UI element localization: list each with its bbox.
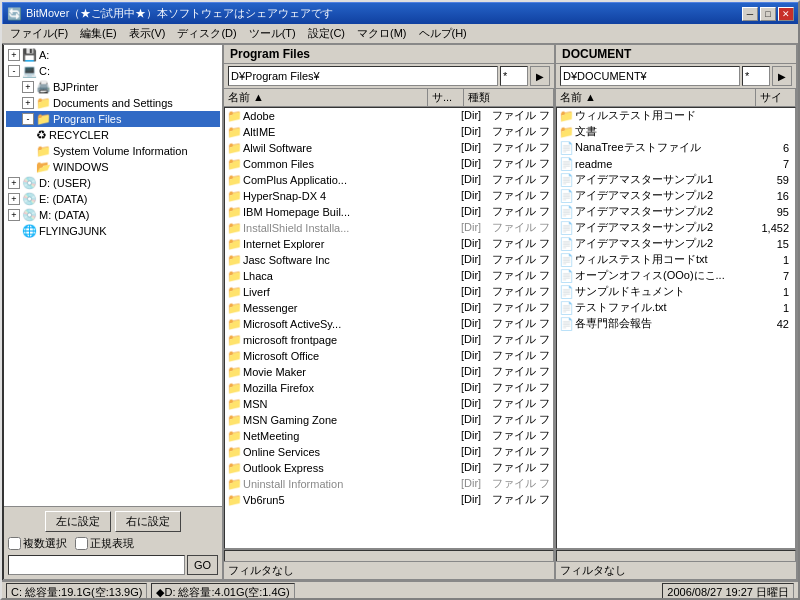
file-row[interactable]: 📁 InstallShield Installa... [Dir] ファイル フ… — [225, 220, 553, 236]
right-col-header-name[interactable]: 名前 ▲ — [556, 89, 756, 106]
file-row[interactable]: 📁 Vb6run5 [Dir] ファイル フォ — [225, 492, 553, 508]
file-row[interactable]: 📁 MSN Gaming Zone [Dir] ファイル フォ — [225, 412, 553, 428]
file-row[interactable]: 📁 Adobe [Dir] ファイル フォ — [225, 108, 553, 124]
file-row[interactable]: 📁 Outlook Express [Dir] ファイル フォ — [225, 460, 553, 476]
right-path-input[interactable] — [560, 66, 740, 86]
file-row[interactable]: 📁 Microsoft ActiveSy... [Dir] ファイル フォ — [225, 316, 553, 332]
right-set-button[interactable]: 右に設定 — [115, 511, 181, 532]
titlebar-title: BitMover（★ご試用中★）本ソフトウェアはシェアウェアです — [26, 6, 333, 21]
file-row[interactable]: 📁 HyperSnap-DX 4 [Dir] ファイル フォ — [225, 188, 553, 204]
go-input[interactable] — [8, 555, 185, 575]
tree-item[interactable]: +💿E: (DATA) — [6, 191, 220, 207]
file-row[interactable]: 📁 ComPlus Applicatio... [Dir] ファイル フォ — [225, 172, 553, 188]
tree-expander[interactable]: - — [22, 113, 34, 125]
minimize-button[interactable]: ─ — [742, 7, 758, 21]
left-set-button[interactable]: 左に設定 — [45, 511, 111, 532]
file-size: 59 — [753, 174, 793, 186]
tree-expander[interactable]: + — [8, 177, 20, 189]
file-row[interactable]: 📄 NanaTreeテストファイル 6 — [557, 140, 795, 156]
close-button[interactable]: ✕ — [778, 7, 794, 21]
middle-filter-input[interactable] — [500, 66, 528, 86]
col-header-type[interactable]: 種類 — [464, 89, 554, 106]
file-row[interactable]: 📄 アイデアマスターサンプル2 16 — [557, 188, 795, 204]
menu-item-マクロ(M)[interactable]: マクロ(M) — [351, 24, 413, 43]
file-row[interactable]: 📄 アイデアマスターサンプル2 95 — [557, 204, 795, 220]
regex-label[interactable]: 正規表現 — [75, 536, 134, 551]
maximize-button[interactable]: □ — [760, 7, 776, 21]
file-row[interactable]: 📁 MSN [Dir] ファイル フォ — [225, 396, 553, 412]
tree-item[interactable]: +💾A: — [6, 47, 220, 63]
file-row[interactable]: 📄 アイデアマスターサンプル2 15 — [557, 236, 795, 252]
go-button[interactable]: GO — [187, 555, 218, 575]
menu-item-表示(V)[interactable]: 表示(V) — [123, 24, 172, 43]
tree-expander[interactable]: - — [8, 65, 20, 77]
file-row[interactable]: 📁 Movie Maker [Dir] ファイル フォ — [225, 364, 553, 380]
file-row[interactable]: 📄 readme 7 — [557, 156, 795, 172]
tree-expander[interactable]: + — [22, 97, 34, 109]
file-type: [Dir] ファイル フォ — [461, 364, 551, 379]
file-row[interactable]: 📁 Internet Explorer [Dir] ファイル フォ — [225, 236, 553, 252]
file-row[interactable]: 📄 アイデアマスターサンプル1 59 — [557, 172, 795, 188]
file-icon: 📁 — [227, 381, 243, 395]
tree-item[interactable]: +🖨️BJPrinter — [6, 79, 220, 95]
menu-item-ツール(T)[interactable]: ツール(T) — [243, 24, 302, 43]
file-row[interactable]: 📄 テストファイル.txt 1 — [557, 300, 795, 316]
file-row[interactable]: 📁 文書 — [557, 124, 795, 140]
right-nav-button[interactable]: ▶ — [772, 66, 792, 86]
menu-item-ファイル(F)[interactable]: ファイル(F) — [4, 24, 74, 43]
tree-expander[interactable]: + — [8, 49, 20, 61]
col-header-size[interactable]: サ... — [428, 89, 464, 106]
file-row[interactable]: 📁 ウィルステスト用コード — [557, 108, 795, 124]
file-name: MSN Gaming Zone — [243, 414, 425, 426]
tree-item[interactable]: +💿D: (USER) — [6, 175, 220, 191]
right-col-header-size[interactable]: サイ — [756, 89, 796, 106]
tree-expander[interactable]: + — [8, 209, 20, 221]
tree-item[interactable]: -📁Program Files — [6, 111, 220, 127]
file-row[interactable]: 📁 IBM Homepage Buil... [Dir] ファイル フォ — [225, 204, 553, 220]
right-file-list[interactable]: 📁 ウィルステスト用コード 📁 文書 📄 NanaTreeテストファイル 6 📄… — [556, 107, 796, 549]
file-icon: 📄 — [559, 189, 575, 203]
tree-item[interactable]: 🌐FLYINGJUNK — [6, 223, 220, 239]
tree-item[interactable]: 📁System Volume Information — [6, 143, 220, 159]
col-header-name[interactable]: 名前 ▲ — [224, 89, 428, 106]
file-row[interactable]: 📁 Messenger [Dir] ファイル フォ — [225, 300, 553, 316]
file-row[interactable]: 📁 Jasc Software Inc [Dir] ファイル フォ — [225, 252, 553, 268]
right-filter-input[interactable] — [742, 66, 770, 86]
file-row[interactable]: 📁 Microsoft Office [Dir] ファイル フォ — [225, 348, 553, 364]
tree-item[interactable]: +💿M: (DATA) — [6, 207, 220, 223]
menu-item-ヘルプ(H)[interactable]: ヘルプ(H) — [413, 24, 473, 43]
file-row[interactable]: 📁 Alwil Software [Dir] ファイル フォ — [225, 140, 553, 156]
file-row[interactable]: 📁 Uninstall Information [Dir] ファイル フォ — [225, 476, 553, 492]
tree-item[interactable]: +📁Documents and Settings — [6, 95, 220, 111]
file-row[interactable]: 📄 ウィルステスト用コードtxt 1 — [557, 252, 795, 268]
middle-nav-button[interactable]: ▶ — [530, 66, 550, 86]
file-name: アイデアマスターサンプル2 — [575, 188, 753, 203]
tree-view[interactable]: +💾A:-💻C:+🖨️BJPrinter+📁Documents and Sett… — [4, 45, 222, 506]
file-row[interactable]: 📁 Online Services [Dir] ファイル フォ — [225, 444, 553, 460]
file-row[interactable]: 📄 サンプルドキュメント 1 — [557, 284, 795, 300]
menu-item-ディスク(D)[interactable]: ディスク(D) — [171, 24, 242, 43]
file-row[interactable]: 📄 各専門部会報告 42 — [557, 316, 795, 332]
menu-item-編集(E)[interactable]: 編集(E) — [74, 24, 123, 43]
file-row[interactable]: 📄 オープンオフィス(OOo)にこ... 7 — [557, 268, 795, 284]
file-row[interactable]: 📁 AltIME [Dir] ファイル フォ — [225, 124, 553, 140]
middle-file-list[interactable]: 📁 Adobe [Dir] ファイル フォ 📁 AltIME [Dir] ファイ… — [224, 107, 554, 549]
tree-item[interactable]: 📂WINDOWS — [6, 159, 220, 175]
file-type: [Dir] ファイル フォ — [461, 396, 551, 411]
tree-expander[interactable]: + — [8, 193, 20, 205]
file-row[interactable]: 📁 Common Files [Dir] ファイル フォ — [225, 156, 553, 172]
middle-path-input[interactable] — [228, 66, 498, 86]
regex-checkbox[interactable] — [75, 537, 88, 550]
tree-expander[interactable]: + — [22, 81, 34, 93]
multi-select-label[interactable]: 複数選択 — [8, 536, 67, 551]
file-row[interactable]: 📁 Lhaca [Dir] ファイル フォ — [225, 268, 553, 284]
file-row[interactable]: 📁 Liverf [Dir] ファイル フォ — [225, 284, 553, 300]
file-row[interactable]: 📁 NetMeeting [Dir] ファイル フォ — [225, 428, 553, 444]
file-row[interactable]: 📁 microsoft frontpage [Dir] ファイル フォ — [225, 332, 553, 348]
tree-item[interactable]: -💻C: — [6, 63, 220, 79]
tree-item[interactable]: ♻RECYCLER — [6, 127, 220, 143]
file-row[interactable]: 📁 Mozilla Firefox [Dir] ファイル フォ — [225, 380, 553, 396]
menu-item-設定(C)[interactable]: 設定(C) — [302, 24, 351, 43]
file-row[interactable]: 📄 アイデアマスターサンプル2 1,452 — [557, 220, 795, 236]
multi-select-checkbox[interactable] — [8, 537, 21, 550]
